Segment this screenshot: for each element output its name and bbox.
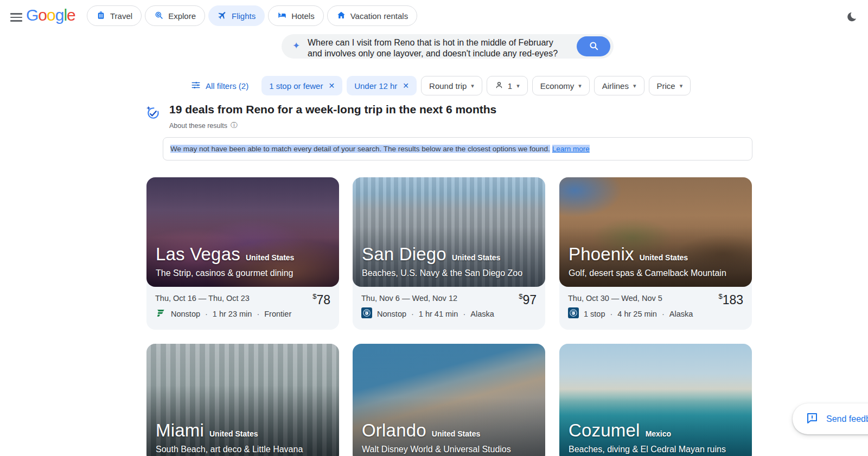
city-tagline: Golf, desert spas & Camelback Mountain (569, 268, 745, 278)
destination-photo: PhoenixUnited States Golf, desert spas &… (559, 177, 752, 287)
city-name: Las Vegas (156, 244, 240, 264)
chevron-down-icon: ▾ (680, 82, 683, 89)
city-tagline: The Strip, casinos & gourmet dining (156, 268, 333, 278)
close-icon[interactable]: ✕ (403, 81, 409, 90)
city-name: Miami (156, 420, 204, 440)
airlines-dropdown[interactable]: Airlines ▾ (594, 76, 644, 95)
search-button[interactable] (577, 36, 610, 56)
trip-dates: Thu, Nov 6 — Wed, Nov 12 (361, 294, 537, 303)
city-tagline: Beaches, diving & El Cedral Mayan ruins (569, 445, 745, 454)
ai-check-icon (144, 105, 161, 124)
country-name: Mexico (646, 429, 671, 438)
destination-card-san-diego[interactable]: San DiegoUnited States Beaches, U.S. Nav… (353, 177, 545, 330)
close-icon[interactable]: ✕ (328, 81, 335, 90)
feedback-icon (806, 412, 819, 427)
all-filters-button[interactable]: All filters (2) (191, 80, 248, 92)
chevron-down-icon: ▾ (633, 82, 636, 89)
city-tagline: South Beach, art deco & Little Havana (156, 445, 333, 454)
frontier-logo-icon (155, 307, 166, 320)
chevron-down-icon: ▾ (578, 82, 582, 89)
alaska-logo-icon (568, 307, 579, 320)
city-tagline: Walt Disney World & Universal Studios (362, 445, 539, 454)
destination-card-orlando[interactable]: OrlandoUnited States Walt Disney World &… (353, 344, 545, 456)
bed-icon (277, 10, 287, 22)
destination-photo: Las VegasUnited States The Strip, casino… (146, 177, 339, 287)
destination-photo: CozumelMexico Beaches, diving & El Cedra… (559, 344, 752, 456)
google-flights-page: Google Travel Explore Flights Hotels Vac… (0, 0, 868, 456)
explore-icon (154, 10, 164, 22)
tab-travel[interactable]: Travel (87, 5, 142, 26)
search-icon (589, 41, 599, 53)
city-name: Cozumel (569, 420, 640, 440)
destination-photo: San DiegoUnited States Beaches, U.S. Nav… (353, 177, 545, 287)
city-name: San Diego (362, 244, 446, 264)
notice-text: We may not have been able to match every… (170, 145, 550, 153)
destination-card-las-vegas[interactable]: Las VegasUnited States The Strip, casino… (146, 177, 339, 330)
passengers-dropdown[interactable]: 1 ▾ (487, 76, 528, 95)
flight-summary: 1 stop· 4 hr 25 min· Alaska (568, 307, 743, 320)
moon-icon (846, 16, 858, 24)
country-name: United States (246, 253, 294, 262)
tab-flights[interactable]: Flights (208, 5, 265, 26)
destination-photo: MiamiUnited States South Beach, art deco… (146, 344, 339, 456)
about-these-results[interactable]: About these results ⓘ (169, 121, 496, 130)
destination-card-miami[interactable]: MiamiUnited States South Beach, art deco… (146, 344, 339, 456)
filter-chip-duration[interactable]: Under 12 hr ✕ (347, 76, 417, 95)
destination-card-cozumel[interactable]: CozumelMexico Beaches, diving & El Cedra… (559, 344, 752, 456)
flights-icon (218, 10, 227, 22)
price: $183 (718, 292, 743, 307)
filter-bar: All filters (2) 1 stop or fewer ✕ Under … (191, 76, 691, 95)
tune-icon (191, 80, 201, 92)
filter-chip-stops[interactable]: 1 stop or fewer ✕ (261, 76, 342, 95)
results-header: 19 deals from Reno for a week-long trip … (144, 103, 496, 130)
hamburger-menu-icon[interactable] (7, 9, 26, 26)
luggage-icon (96, 10, 106, 22)
flight-summary: Nonstop· 1 hr 23 min· Frontier (155, 307, 330, 320)
learn-more-link[interactable]: Learn more (552, 145, 590, 153)
search-match-notice: We may not have been able to match every… (163, 137, 752, 160)
alaska-logo-icon (361, 307, 372, 320)
price: $97 (519, 292, 537, 307)
flight-summary: Nonstop· 1 hr 41 min· Alaska (361, 307, 537, 320)
product-tabs: Travel Explore Flights Hotels Vacation r… (87, 5, 417, 26)
destination-photo: OrlandoUnited States Walt Disney World &… (353, 344, 545, 456)
dark-mode-toggle[interactable] (841, 7, 863, 28)
top-bar: Google Travel Explore Flights Hotels Vac… (0, 0, 868, 34)
search-query-text: Where can I visit from Reno that is hot … (308, 37, 584, 59)
send-feedback-button[interactable]: Send feedback (793, 403, 868, 434)
tab-vacation-rentals[interactable]: Vacation rentals (327, 5, 417, 26)
house-icon (336, 10, 346, 22)
chevron-down-icon: ▾ (516, 82, 520, 89)
person-icon (495, 81, 503, 91)
tab-explore[interactable]: Explore (145, 5, 205, 26)
price-dropdown[interactable]: Price ▾ (649, 76, 691, 95)
trip-dates: Thu, Oct 16 — Thu, Oct 23 (155, 294, 330, 303)
city-name: Orlando (362, 420, 426, 440)
page-title: 19 deals from Reno for a week-long trip … (169, 103, 496, 116)
ai-search-box[interactable]: ✦ Where can I visit from Reno that is ho… (282, 34, 614, 59)
country-name: United States (452, 253, 500, 262)
tab-hotels[interactable]: Hotels (268, 5, 324, 26)
country-name: United States (432, 429, 480, 438)
country-name: United States (640, 253, 688, 262)
city-name: Phoenix (569, 244, 634, 264)
cabin-class-dropdown[interactable]: Economy ▾ (532, 76, 590, 95)
country-name: United States (209, 429, 258, 438)
trip-type-dropdown[interactable]: Round trip ▾ (421, 76, 482, 95)
destination-card-phoenix[interactable]: PhoenixUnited States Golf, desert spas &… (559, 177, 752, 330)
info-icon[interactable]: ⓘ (231, 121, 238, 130)
city-tagline: Beaches, U.S. Navy & the San Diego Zoo (362, 268, 539, 278)
trip-dates: Thu, Oct 30 — Wed, Nov 5 (568, 294, 743, 303)
chevron-down-icon: ▾ (471, 82, 474, 89)
gemini-sparkle-icon: ✦ (292, 40, 300, 52)
price: $78 (312, 292, 330, 307)
google-logo: Google (26, 6, 75, 24)
